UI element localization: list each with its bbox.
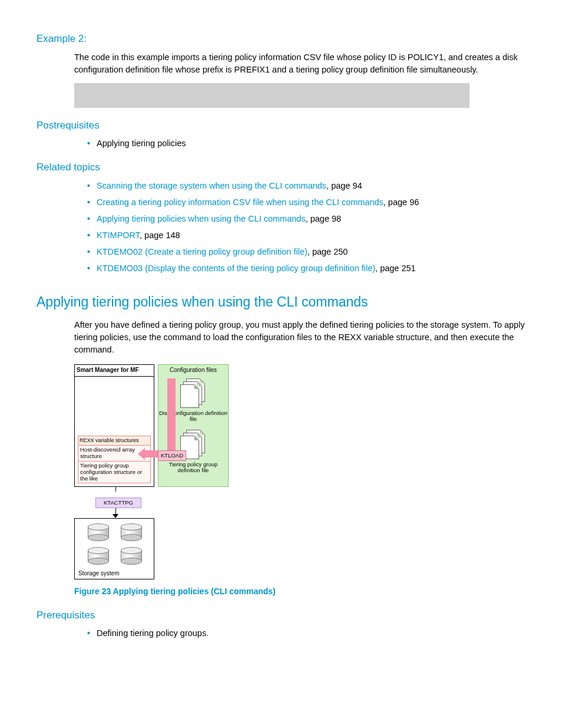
arrow-icon [115, 508, 116, 514]
rexx-row: Tiering policy group configuration struc… [78, 462, 150, 483]
file-label: Tiering policy group definition file [158, 462, 228, 474]
postrequisites-list: Applying tiering policies [87, 137, 525, 150]
storage-box: Storage system [74, 518, 154, 579]
cylinder-icon [88, 523, 109, 541]
cylinder-icon [88, 547, 109, 565]
section-body: After you have defined a tiering policy … [74, 319, 525, 356]
cylinder-icon [121, 523, 142, 541]
rexx-title: REXX variable structures [78, 436, 150, 446]
related-link[interactable]: Applying tiering policies when using the… [97, 214, 306, 223]
list-item: KTDEMO03 (Display the contents of the ti… [87, 262, 525, 275]
arrow-icon [113, 514, 118, 518]
prerequisites-list: Defining tiering policy groups. [87, 627, 525, 640]
smf-title: Smart Manager for MF [75, 365, 154, 377]
figure-caption: Figure 23 Applying tiering policies (CLI… [74, 585, 525, 597]
related-link[interactable]: Creating a tiering policy information CS… [97, 197, 384, 207]
related-link[interactable]: KTIMPORT [97, 230, 140, 240]
related-link[interactable]: KTDEMO03 (Display the contents of the ti… [97, 263, 375, 273]
arrow-icon [138, 448, 145, 460]
storage-label: Storage system [78, 569, 119, 578]
smf-box: Smart Manager for MF REXX variable struc… [74, 364, 154, 487]
list-item: Scanning the storage system when using t… [87, 180, 525, 192]
list-item: KTIMPORT, page 148 [87, 229, 525, 242]
prerequisites-heading: Prerequisites [37, 608, 525, 623]
list-item: Applying tiering policies when using the… [87, 213, 525, 225]
section-heading: Applying tiering policies when using the… [37, 292, 525, 312]
example-heading: Example 2: [37, 32, 525, 47]
related-topics-list: Scanning the storage system when using t… [87, 180, 525, 275]
arrow-icon [167, 378, 176, 450]
list-item: Defining tiering policy groups. [87, 627, 525, 640]
config-title: Configuration files [158, 366, 228, 375]
related-link[interactable]: Scanning the storage system when using t… [97, 181, 326, 190]
related-topics-heading: Related topics [37, 160, 525, 175]
file-stack-icon [180, 378, 206, 409]
arrow-icon [115, 487, 116, 492]
example-body: The code in this example imports a tieri… [74, 51, 525, 76]
list-item: Creating a tiering policy information CS… [87, 196, 525, 209]
code-placeholder [74, 83, 470, 108]
postrequisites-heading: Postrequisites [37, 118, 525, 133]
cylinder-icon [121, 547, 142, 565]
related-link[interactable]: KTDEMO02 (Create a tiering policy group … [97, 247, 308, 256]
ktacttpg-label: KTACTTPG [95, 498, 141, 508]
list-item: KTDEMO02 (Create a tiering policy group … [87, 246, 525, 258]
ktload-label: KTLOAD [158, 450, 186, 461]
figure-diagram: Smart Manager for MF REXX variable struc… [74, 364, 229, 579]
list-item: Applying tiering policies [87, 137, 525, 150]
